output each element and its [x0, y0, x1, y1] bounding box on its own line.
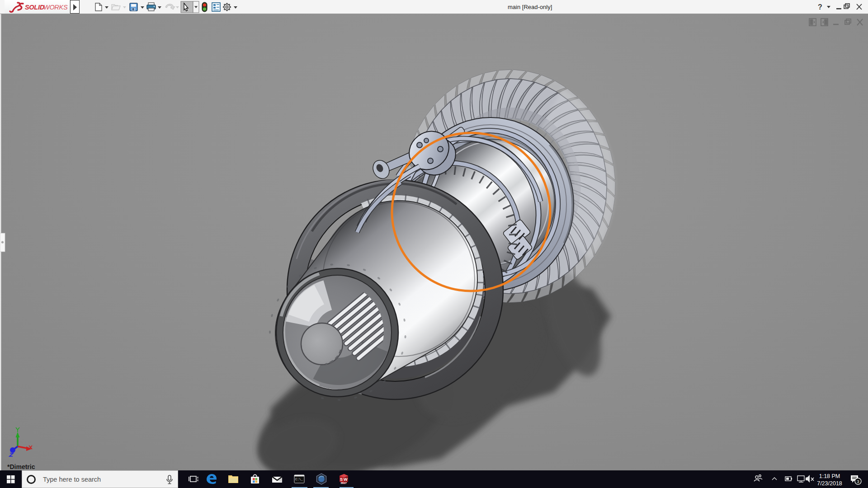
- svg-text:7/23/2018: 7/23/2018: [817, 480, 842, 487]
- svg-text:3: 3: [857, 479, 859, 484]
- svg-text:2017: 2017: [341, 482, 347, 484]
- svg-text:W: W: [344, 477, 348, 482]
- svg-text:?: ?: [818, 3, 822, 11]
- svg-text:S: S: [340, 477, 343, 482]
- svg-text:*Dimetric: *Dimetric: [7, 463, 35, 470]
- svg-text:1:18 PM: 1:18 PM: [819, 473, 840, 479]
- svg-text:C:\_: C:\_: [295, 478, 303, 481]
